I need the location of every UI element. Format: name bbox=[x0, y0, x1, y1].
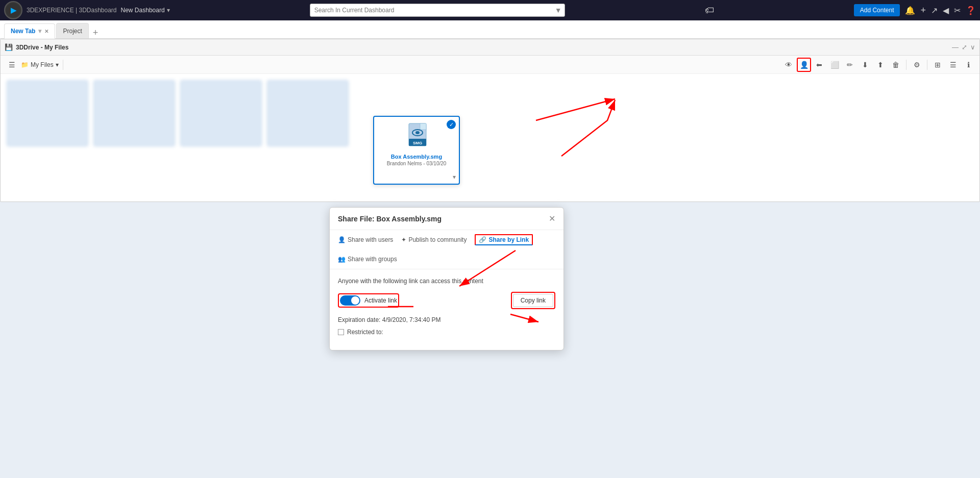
toolbar: ☰ 📁 My Files ▾ 👁 👤 ⬅ ⬜ ✏ ⬇ ⬆ 🗑 ⚙ ⊞ bbox=[1, 56, 979, 74]
upload-icon[interactable]: ⬆ bbox=[873, 58, 888, 72]
tab-share-link[interactable]: 🔗 Share by Link bbox=[475, 234, 533, 245]
toggle-switch[interactable] bbox=[340, 295, 360, 306]
file-card-3[interactable] bbox=[180, 80, 262, 146]
folder-icon: 📁 bbox=[21, 61, 29, 68]
back-icon[interactable]: ◀ bbox=[943, 6, 949, 15]
tab-publish-community[interactable]: ✦ Publish to community bbox=[401, 234, 467, 245]
selected-file-card[interactable]: ✓ SMG Box Assembly.smg Brandon Nelms - 0… bbox=[373, 116, 460, 185]
svg-rect-2 bbox=[420, 123, 426, 130]
add-tab-button[interactable]: + bbox=[90, 28, 102, 38]
add-icon[interactable]: + bbox=[920, 5, 926, 16]
restricted-row: Restricted to: bbox=[338, 329, 555, 336]
copy-link-button[interactable]: Copy link bbox=[513, 294, 553, 307]
nav-right-actions: Add Content 🔔 + ↗ ◀ ✂ ❓ bbox=[854, 4, 976, 16]
dialog-header: Share File: Box Assembly.smg ✕ bbox=[330, 208, 564, 230]
add-content-button[interactable]: Add Content bbox=[854, 4, 900, 16]
brand-title: 3DEXPERIENCE | 3DDashboard bbox=[27, 7, 117, 14]
widget-title: 3DDrive - My Files bbox=[16, 44, 68, 51]
chevron-down-icon[interactable]: ▾ bbox=[38, 28, 41, 35]
dialog-footer bbox=[330, 344, 564, 350]
dialog-tabs: 👤 Share with users ✦ Publish to communit… bbox=[330, 230, 564, 269]
toolbar-separator-2 bbox=[906, 60, 906, 70]
expand-icon[interactable]: ⤢ bbox=[962, 43, 967, 51]
smg-icon-svg: SMG bbox=[399, 122, 434, 150]
link-icon: 🔗 bbox=[479, 236, 486, 243]
toolbar-right-actions: 👁 👤 ⬅ ⬜ ✏ ⬇ ⬆ 🗑 ⚙ ⊞ ☰ ℹ bbox=[781, 58, 975, 72]
tab-share-groups[interactable]: 👥 Share with groups bbox=[338, 254, 397, 265]
tab-label: Project bbox=[63, 28, 82, 35]
share-icon[interactable]: ↗ bbox=[931, 6, 938, 15]
tab-bar: New Tab ▾ ✕ Project + bbox=[0, 20, 980, 39]
filter-icon[interactable]: ▼ bbox=[555, 6, 562, 14]
chevron-down-icon[interactable]: ▾ bbox=[167, 7, 170, 14]
tab-label: New Tab bbox=[11, 28, 35, 35]
minimize-icon[interactable]: — bbox=[952, 43, 959, 51]
toolbar-separator-3 bbox=[927, 60, 927, 70]
import-icon[interactable]: ⬅ bbox=[812, 58, 826, 72]
tab-label: Share with groups bbox=[348, 256, 397, 263]
svg-point-6 bbox=[415, 131, 420, 134]
top-navigation: ▶ 3DEXPERIENCE | 3DDashboard New Dashboa… bbox=[0, 0, 980, 20]
activate-link-row: Activate link Copy link bbox=[338, 292, 555, 309]
search-input[interactable] bbox=[310, 4, 565, 17]
tab-new-tab[interactable]: New Tab ▾ ✕ bbox=[4, 23, 55, 39]
copy-link-wrap: Copy link bbox=[511, 292, 555, 309]
users-icon: 👤 bbox=[338, 236, 346, 243]
scissors-icon[interactable]: ✂ bbox=[954, 6, 961, 15]
toggle-wrap: Activate link bbox=[338, 293, 399, 308]
file-card-2[interactable] bbox=[93, 80, 175, 146]
file-card-1[interactable] bbox=[7, 80, 88, 146]
activate-toggle[interactable]: Activate link bbox=[340, 295, 397, 306]
tag-icon[interactable]: 🏷 bbox=[705, 5, 714, 16]
download-icon[interactable]: ⬇ bbox=[858, 58, 872, 72]
tab-label: Share with users bbox=[348, 236, 393, 243]
restricted-label: Restricted to: bbox=[347, 329, 383, 336]
list-view-icon[interactable]: ☰ bbox=[946, 58, 960, 72]
file-card-4[interactable] bbox=[267, 80, 349, 146]
restricted-checkbox[interactable] bbox=[338, 329, 344, 335]
help-icon[interactable]: ❓ bbox=[966, 6, 976, 15]
drive-icon: 💾 bbox=[5, 43, 13, 51]
brand-text: 3DEXPERIENCE | 3DDashboard bbox=[27, 7, 117, 14]
share-dialog: Share File: Box Assembly.smg ✕ 👤 Share w… bbox=[329, 207, 564, 350]
tab-project[interactable]: Project bbox=[56, 23, 88, 38]
app-logo: ▶ bbox=[4, 1, 22, 19]
edit-icon[interactable]: ✏ bbox=[843, 58, 857, 72]
widget-area: 💾 3DDrive - My Files — ⤢ ∨ ☰ 📁 My Files … bbox=[0, 39, 980, 478]
widget-panel: 💾 3DDrive - My Files — ⤢ ∨ ☰ 📁 My Files … bbox=[0, 39, 980, 202]
file-icon: SMG bbox=[396, 121, 437, 152]
toggle-label: Activate link bbox=[364, 297, 397, 304]
dialog-title: Share File: Box Assembly.smg bbox=[338, 215, 442, 223]
notification-icon[interactable]: 🔔 bbox=[905, 6, 915, 15]
groups-icon: 👥 bbox=[338, 256, 346, 263]
file-name: Box Assembly.smg bbox=[391, 154, 442, 160]
tab-label: Share by Link bbox=[488, 236, 529, 243]
info-icon[interactable]: ℹ bbox=[961, 58, 975, 72]
community-icon: ✦ bbox=[401, 236, 406, 243]
svg-text:SMG: SMG bbox=[413, 141, 422, 145]
tab-close-icon[interactable]: ✕ bbox=[44, 29, 48, 34]
toolbar-separator bbox=[63, 60, 63, 70]
visibility-icon[interactable]: 👁 bbox=[781, 58, 796, 72]
dialog-close-button[interactable]: ✕ bbox=[549, 214, 555, 223]
tab-share-users[interactable]: 👤 Share with users bbox=[338, 234, 393, 245]
search-bar-container: ▼ bbox=[310, 4, 565, 17]
delete-icon[interactable]: 🗑 bbox=[889, 58, 903, 72]
file-meta: Brandon Nelms - 03/10/20 bbox=[387, 161, 447, 166]
tab-label: Publish to community bbox=[408, 236, 467, 243]
share-users-button[interactable]: 👤 bbox=[797, 58, 811, 72]
copy-icon[interactable]: ⬜ bbox=[827, 58, 842, 72]
card-dropdown-icon[interactable]: ▾ bbox=[453, 173, 456, 181]
widget-header: 💾 3DDrive - My Files — ⤢ ∨ bbox=[1, 39, 979, 56]
dialog-body: Anyone with the following link can acces… bbox=[330, 269, 564, 344]
breadcrumb-chevron[interactable]: ▾ bbox=[56, 61, 59, 68]
more-icon[interactable]: ∨ bbox=[970, 43, 975, 51]
grid-view-icon[interactable]: ⊞ bbox=[930, 58, 945, 72]
dashboard-name: New Dashboard ▾ bbox=[121, 7, 170, 14]
menu-icon[interactable]: ☰ bbox=[5, 58, 19, 72]
logo-icon: ▶ bbox=[11, 6, 16, 14]
dialog-description: Anyone with the following link can acces… bbox=[338, 278, 555, 285]
check-badge: ✓ bbox=[447, 120, 456, 129]
breadcrumb-label: My Files bbox=[31, 61, 54, 68]
settings-icon[interactable]: ⚙ bbox=[910, 58, 924, 72]
